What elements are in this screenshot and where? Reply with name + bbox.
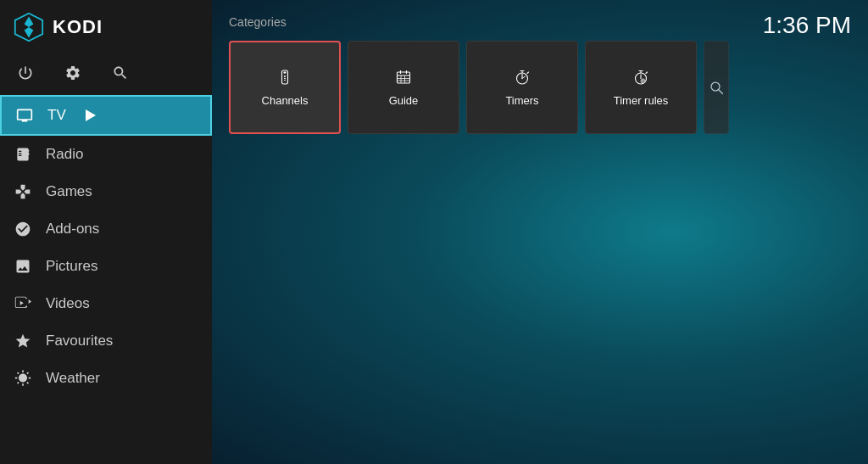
timer-rules-icon <box>632 69 649 86</box>
channels-label: Channels <box>262 94 309 107</box>
sidebar-item-games-label: Games <box>46 183 92 200</box>
timer-rules-label: Timer rules <box>614 94 669 107</box>
partial-search-icon <box>708 79 725 96</box>
svg-rect-3 <box>284 71 287 73</box>
svg-rect-7 <box>398 72 410 83</box>
sidebar-item-addons-label: Add-ons <box>46 221 99 238</box>
app-title: KODI <box>53 16 103 38</box>
sidebar-item-pictures[interactable]: Pictures <box>0 248 212 285</box>
settings-button[interactable] <box>61 61 85 85</box>
svg-line-30 <box>719 90 723 94</box>
main-content: 1:36 PM Categories Channels <box>212 0 868 464</box>
categories-label: Categories <box>229 15 851 29</box>
sidebar-item-videos[interactable]: Videos <box>0 285 212 322</box>
cursor-indicator <box>86 109 96 121</box>
timers-icon <box>514 69 531 86</box>
svg-line-20 <box>527 72 529 74</box>
sidebar-item-addons[interactable]: Add-ons <box>0 210 212 248</box>
guide-icon <box>395 69 412 86</box>
sidebar-item-favourites-label: Favourites <box>46 333 113 349</box>
weather-icon <box>14 369 32 388</box>
sidebar-item-weather-label: Weather <box>46 370 100 387</box>
videos-icon <box>14 294 32 313</box>
sidebar: KODI TV <box>0 0 212 464</box>
addons-icon <box>14 220 32 238</box>
gamepad-icon <box>14 182 32 201</box>
category-card-channels[interactable]: Channels <box>229 41 341 134</box>
star-icon <box>14 332 32 350</box>
categories-grid: Channels Guide <box>229 41 851 134</box>
category-card-timers[interactable]: Timers <box>466 41 578 134</box>
guide-label: Guide <box>389 94 419 107</box>
sidebar-item-radio[interactable]: Radio <box>0 136 212 173</box>
sidebar-item-videos-label: Videos <box>46 295 90 312</box>
sidebar-item-games[interactable]: Games <box>0 173 212 210</box>
category-card-guide[interactable]: Guide <box>348 41 459 134</box>
tv-icon <box>15 106 34 125</box>
sidebar-item-tv[interactable]: TV <box>0 95 212 136</box>
sidebar-header: KODI <box>0 0 212 54</box>
category-card-timer-rules[interactable]: Timer rules <box>585 41 697 134</box>
svg-rect-6 <box>284 80 286 81</box>
timers-label: Timers <box>505 94 538 107</box>
svg-rect-5 <box>284 78 286 79</box>
sidebar-item-pictures-label: Pictures <box>46 258 97 275</box>
search-button[interactable] <box>108 61 132 85</box>
sidebar-item-weather[interactable]: Weather <box>0 360 212 397</box>
sidebar-item-radio-label: Radio <box>46 146 83 163</box>
radio-icon <box>14 145 32 164</box>
pictures-icon <box>14 257 32 276</box>
sidebar-nav: TV Radio Games <box>0 95 212 464</box>
category-card-search-partial[interactable] <box>704 41 729 134</box>
svg-line-25 <box>646 72 648 74</box>
sidebar-top-icons <box>0 54 212 95</box>
sidebar-item-favourites[interactable]: Favourites <box>0 322 212 360</box>
svg-marker-1 <box>25 16 34 37</box>
power-button[interactable] <box>14 61 37 85</box>
channels-icon <box>276 69 293 86</box>
sidebar-item-tv-label: TV <box>47 107 66 124</box>
svg-point-4 <box>284 75 286 77</box>
kodi-logo-icon <box>14 12 44 42</box>
